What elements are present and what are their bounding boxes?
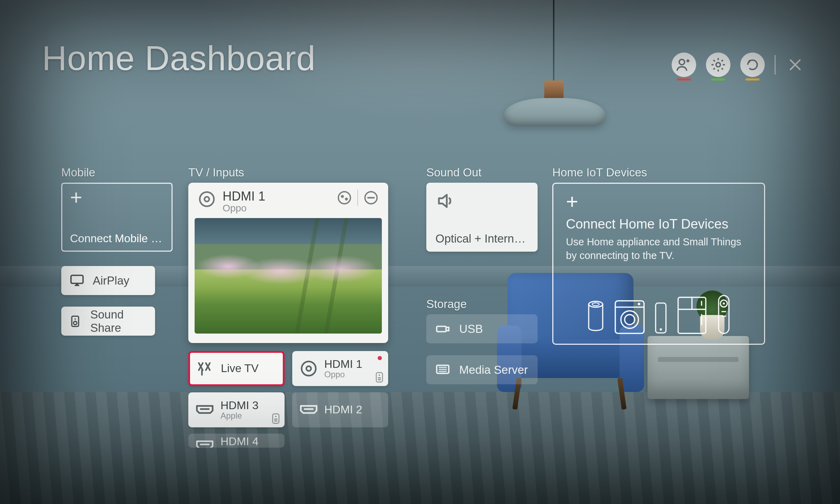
close-button[interactable] [785,55,805,75]
sound-share-button[interactable]: Sound Share [61,307,155,336]
input-switch-icon[interactable] [336,190,352,206]
svg-point-17 [379,374,380,376]
sound-out-card[interactable]: Optical + Interna… [426,183,538,252]
status-underline-refresh [746,78,760,80]
input-hero-preview [195,218,382,334]
remote-icon [717,294,731,335]
svg-rect-24 [274,420,277,421]
svg-point-22 [275,416,276,417]
input-grid: Live TV HDMI 1Oppo HDMI 3Apple HDMI 2 HD… [188,351,388,469]
svg-rect-27 [437,326,446,331]
disc-icon [299,359,318,378]
storage-usb-button[interactable]: USB [426,314,538,343]
antenna-icon [196,359,215,378]
sound-share-label: Sound Share [90,308,147,335]
active-indicator-icon [378,356,382,360]
svg-rect-19 [378,379,381,380]
svg-rect-18 [378,377,381,378]
status-underline-account [677,78,691,80]
remove-icon[interactable] [363,190,379,206]
input-tile-hdmi-4[interactable]: HDMI 4 [188,434,285,448]
svg-point-6 [200,192,214,206]
settings-button[interactable] [706,52,730,77]
input-tile-hdmi-1[interactable]: HDMI 1Oppo [292,351,388,386]
svg-point-8 [338,192,351,204]
svg-point-40 [638,303,640,305]
plus-icon: + [70,190,164,205]
section-label-iot: Home IoT Devices [552,166,647,179]
input-hero-header: HDMI 1 Oppo [195,188,382,218]
top-actions [672,52,805,77]
section-label-inputs: TV / Inputs [188,166,244,179]
input-tile-title: Live TV [221,362,259,374]
svg-point-9 [341,195,344,198]
svg-point-5 [75,318,76,320]
svg-rect-28 [446,327,449,331]
page-title: Home Dashboard [42,38,316,78]
input-hero-subtitle: Oppo [223,203,330,213]
background-side-table [648,336,749,399]
section-label-mobile: Mobile [61,166,95,179]
refresh-button[interactable] [740,52,765,77]
universal-remote-icon [376,372,383,383]
svg-point-38 [621,311,638,328]
svg-point-34 [589,301,603,307]
iot-connect-card[interactable]: + Connect Home IoT Devices Use Home appl… [552,183,765,345]
storage-media-server-button[interactable]: Media Server [426,355,538,384]
storage-usb-label: USB [459,322,483,336]
input-tile-hdmi-3[interactable]: HDMI 3Apple [188,392,285,427]
svg-rect-23 [274,419,277,420]
input-tile-hdmi-2[interactable]: HDMI 2 [292,392,388,427]
refresh-icon [744,57,761,73]
background-lamp-shade [504,98,606,126]
svg-rect-2 [71,275,83,283]
fridge-icon [676,296,708,335]
sound-out-label: Optical + Interna… [435,232,528,245]
hdmi-icon [195,400,214,419]
svg-point-15 [306,366,311,371]
gear-icon [710,57,726,73]
universal-remote-icon [272,413,280,424]
input-tile-title: HDMI 1 [324,358,362,370]
account-button[interactable] [672,52,696,77]
person-star-icon [676,57,692,73]
input-hero-card[interactable]: HDMI 1 Oppo [188,183,388,343]
input-hero-title: HDMI 1 [223,190,330,203]
svg-point-35 [592,303,599,306]
input-tile-live-tv[interactable]: Live TV [188,351,285,386]
speaker-volume-icon [435,190,456,211]
section-label-storage: Storage [426,298,467,311]
airplay-icon [69,273,85,289]
input-tile-subtitle: Oppo [324,370,362,379]
input-tile-subtitle: Apple [220,412,258,420]
airplay-button[interactable]: AirPlay [61,266,155,295]
svg-point-42 [660,328,662,331]
speaker-bluetooth-icon [69,313,83,329]
status-underline-settings [711,78,725,80]
connect-mobile-label: Connect Mobile … [70,232,164,245]
svg-rect-48 [719,295,729,333]
input-tile-title: HDMI 3 [220,399,258,412]
svg-point-10 [345,198,348,201]
airplay-label: AirPlay [93,274,130,287]
plus-icon: + [566,194,751,209]
usb-icon [435,321,451,337]
iot-heading: Connect Home IoT Devices [566,217,751,232]
phone-icon [654,301,667,335]
svg-point-0 [679,59,685,65]
washer-icon [614,300,645,335]
input-hero-divider [357,190,358,206]
top-actions-divider [775,55,776,75]
svg-point-14 [301,362,316,376]
air-purifier-icon [587,300,605,335]
hdmi-icon [195,436,214,448]
close-icon [787,57,803,73]
storage-media-label: Media Server [459,363,528,377]
svg-point-39 [625,315,635,325]
svg-point-1 [716,63,720,67]
connect-mobile-card[interactable]: + Connect Mobile … [61,183,173,252]
background-floor [0,392,840,504]
iot-description: Use Home appliance and Small Things by c… [566,235,751,262]
input-tile-title: HDMI 2 [324,403,362,416]
svg-point-7 [204,197,209,202]
